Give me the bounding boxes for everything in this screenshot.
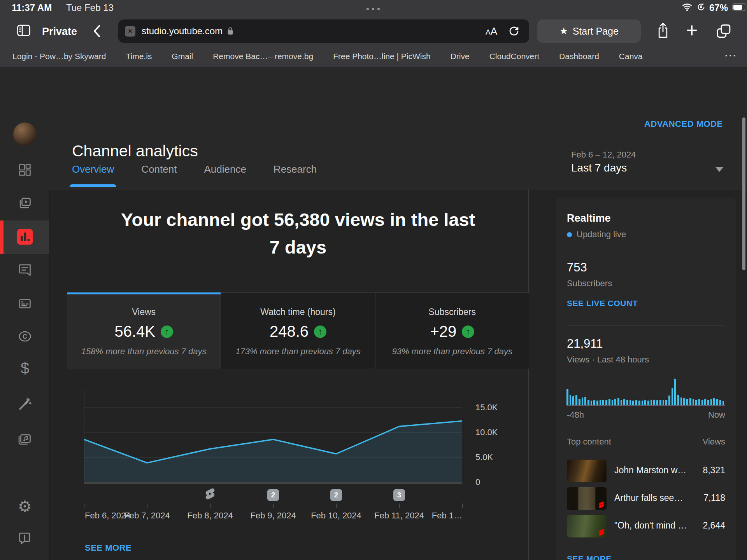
feedback-icon[interactable] [18, 531, 32, 545]
new-tab-icon[interactable]: + [686, 19, 698, 42]
spark-bar [698, 399, 700, 405]
spark-bar [608, 399, 610, 405]
bookmarks-overflow-button[interactable]: ··· [725, 50, 737, 62]
videos-published-marker[interactable]: 2 [267, 489, 279, 501]
start-page-button[interactable]: ★ Start Page [537, 19, 641, 43]
shorts-published-marker-icon[interactable] [203, 487, 217, 502]
share-icon[interactable] [656, 23, 670, 39]
video-thumbnail[interactable] [567, 460, 607, 482]
spark-bar [638, 401, 640, 405]
url-text[interactable]: studio.youtube.com [142, 26, 223, 37]
spark-bar [630, 400, 631, 405]
tab-content[interactable]: Content [141, 163, 177, 187]
metric-card-watch-time-hours-[interactable]: Watch time (hours)248.6↑173% more than p… [221, 292, 375, 369]
bookmark-item[interactable]: Canva [619, 52, 643, 61]
spark-right-label: Now [708, 410, 725, 420]
spark-bar [591, 401, 593, 405]
comments-icon[interactable] [18, 262, 32, 276]
metric-value: +29 [430, 323, 456, 340]
content-icon[interactable] [18, 196, 32, 210]
date-range-text: Feb 6 – 12, 2024 [571, 150, 636, 160]
video-title[interactable]: "Oh, don't mind … [614, 520, 687, 531]
metric-delta: 173% more than previous 7 days [221, 346, 375, 357]
bookmark-item[interactable]: Remove Bac…– remove.bg [213, 52, 313, 61]
text-size-button[interactable]: AA [486, 25, 497, 37]
ipad-screen: 11:37 AM Tue Feb 13 67% Private [0, 0, 747, 560]
page-scrollbar[interactable] [742, 117, 745, 270]
bookmark-item[interactable]: CloudConvert [489, 52, 539, 61]
private-mode-label[interactable]: Private [42, 26, 77, 38]
spark-bar [626, 400, 628, 405]
sidebar-toggle-icon[interactable] [16, 24, 31, 37]
spark-bar [686, 399, 688, 405]
top-content-row[interactable]: Arthur falls see…7,118 [567, 487, 725, 510]
top-content-row[interactable]: John Marston w…8,321 [567, 460, 725, 482]
tab-research[interactable]: Research [274, 163, 317, 187]
x-tick-label: Feb 7, 2024 [124, 511, 170, 521]
x-tick [399, 504, 400, 508]
subtitles-icon[interactable] [18, 297, 32, 311]
top-content-row[interactable]: "Oh, don't mind …2,644 [567, 515, 725, 537]
videos-published-marker[interactable]: 3 [393, 489, 405, 501]
spark-bar [632, 401, 634, 405]
see-live-count-link[interactable]: SEE LIVE COUNT [567, 299, 638, 308]
settings-gear-icon[interactable]: ⚙︎ [18, 499, 32, 513]
spark-bar [672, 388, 673, 405]
bookmark-item[interactable]: Drive [451, 52, 470, 61]
dashboard-icon[interactable] [18, 163, 32, 177]
audio-library-icon[interactable] [18, 432, 32, 446]
customization-icon[interactable] [18, 397, 32, 411]
sidebar-channel-avatar[interactable] [13, 122, 37, 146]
spark-bar [647, 401, 649, 405]
bookmark-item[interactable]: Dashboard [559, 52, 599, 61]
realtime-see-more-link[interactable]: SEE MORE [567, 554, 612, 560]
monetization-icon[interactable]: $ [18, 361, 32, 375]
metric-card-views[interactable]: Views56.4K↑158% more than previous 7 day… [67, 292, 221, 369]
battery-icon [732, 4, 746, 11]
spark-bar [695, 400, 697, 405]
bookmarks-bar: Login - Pow…by SkywardTime.isGmailRemove… [12, 52, 721, 61]
bookmark-item[interactable]: Gmail [172, 52, 193, 61]
lock-icon [226, 26, 234, 36]
y-tick-label: 10.0K [475, 427, 498, 438]
spark-bar [719, 400, 721, 405]
analytics-icon[interactable] [16, 228, 33, 245]
svg-text:C: C [23, 333, 27, 340]
tabs-icon[interactable] [716, 23, 731, 39]
battery-percent: 67% [709, 2, 728, 13]
back-chevron-icon[interactable] [92, 24, 102, 38]
spark-bar [707, 400, 709, 405]
multitask-indicator-icon [365, 5, 381, 12]
bookmark-item[interactable]: Login - Pow…by Skyward [12, 52, 106, 61]
spark-bar [663, 400, 665, 405]
trend-up-icon: ↑ [462, 326, 474, 338]
tab-audience[interactable]: Audience [204, 163, 246, 187]
views-line-chart[interactable]: 223 Feb 6, 2024Feb 7, 2024Feb 8, 2024Feb… [84, 387, 462, 525]
advanced-mode-link[interactable]: ADVANCED MODE [644, 119, 723, 129]
bookmark-item[interactable]: Time.is [126, 52, 152, 61]
realtime-title: Realtime [567, 212, 611, 224]
url-bar[interactable]: × studio.youtube.com AA [118, 19, 529, 43]
date-dropdown-caret-icon[interactable] [715, 167, 723, 172]
date-preset-text[interactable]: Last 7 days [571, 162, 627, 174]
reload-icon[interactable] [508, 25, 520, 37]
metric-cards: Views56.4K↑158% more than previous 7 day… [67, 292, 529, 369]
spark-bar [635, 400, 637, 405]
metric-card-subscribers[interactable]: Subscribers+29↑93% more than previous 7 … [375, 292, 529, 369]
realtime-card: Realtime Updating live 753 Subscribers S… [556, 198, 736, 560]
video-title[interactable]: John Marston w… [614, 465, 686, 476]
spark-bar [566, 389, 568, 405]
bookmark-item[interactable]: Free Photo…line | PicWish [333, 52, 431, 61]
metric-delta: 158% more than previous 7 days [67, 346, 221, 357]
video-thumbnail[interactable] [567, 487, 607, 510]
updating-live-row: Updating live [567, 229, 626, 240]
see-more-link[interactable]: SEE MORE [85, 543, 132, 553]
video-views: 2,644 [703, 520, 725, 531]
videos-published-marker[interactable]: 2 [330, 489, 342, 501]
video-thumbnail[interactable] [567, 515, 607, 537]
x-tick-label: Feb 8, 2024 [187, 511, 233, 521]
copyright-icon[interactable]: C [18, 329, 32, 343]
tab-overview[interactable]: Overview [72, 163, 114, 187]
spark-bar [683, 398, 685, 405]
video-title[interactable]: Arthur falls see… [614, 493, 683, 503]
